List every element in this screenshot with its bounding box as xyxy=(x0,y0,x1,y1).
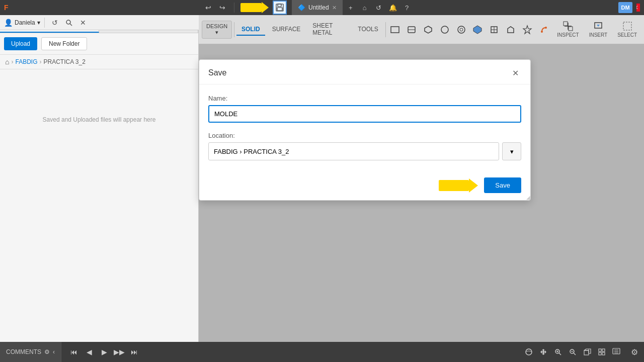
close-panel-button[interactable]: ✕ xyxy=(77,17,89,29)
viewport-pan-button[interactable] xyxy=(537,345,550,358)
dialog-title: Save xyxy=(208,68,226,77)
upload-button[interactable]: Upload xyxy=(4,37,37,50)
breadcrumb-fabdig[interactable]: FABDIG xyxy=(15,58,37,65)
search-button[interactable] xyxy=(63,17,75,29)
location-input[interactable] xyxy=(208,142,499,160)
notifications-button[interactable]: 🔔 xyxy=(387,2,399,14)
document-tab[interactable]: 🔷 Untitled ✕ xyxy=(292,0,343,15)
help-button[interactable]: ? xyxy=(401,2,413,14)
user-chevron-icon: ▾ xyxy=(37,19,40,26)
save-button[interactable]: Save xyxy=(484,177,521,193)
user-icon: 👤 xyxy=(4,19,13,27)
doc-icon: 🔷 xyxy=(298,4,305,11)
undo-button[interactable]: ↩ xyxy=(202,1,215,14)
left-panel: Data People Upload New Folder ⌂ › FABDIG… xyxy=(0,15,199,342)
dialog-header: Save ✕ xyxy=(199,60,530,84)
svg-rect-41 xyxy=(602,352,605,355)
viewport-zoom-button[interactable] xyxy=(551,345,565,358)
display-icon xyxy=(612,348,620,356)
bc-sep1: › xyxy=(11,58,13,65)
nav-prev-button[interactable]: ◀ xyxy=(83,345,96,358)
panel-actions: Upload New Folder xyxy=(0,33,198,55)
undo-redo-area: ↩ ↪ xyxy=(199,1,232,14)
viewport-display-button[interactable] xyxy=(610,345,623,358)
zoom-icon xyxy=(554,348,562,356)
save-dialog: Save ✕ Name: Location: ▾ Save ◢ xyxy=(199,59,531,201)
redo-button[interactable]: ↪ xyxy=(216,1,229,14)
save-button-toolbar[interactable] xyxy=(273,1,287,15)
tab-title: Untitled xyxy=(308,4,329,11)
comments-collapse-icon[interactable]: ‹ xyxy=(53,348,55,355)
nav-play-button[interactable]: ▶ xyxy=(98,345,111,358)
dialog-footer: Save xyxy=(199,170,530,200)
title-bar-left: F xyxy=(4,4,11,12)
save-arrow-body xyxy=(439,180,469,191)
save-arrow-annotation xyxy=(439,178,478,193)
main-toolbar: 👤 Daniela ▾ ↺ ✕ xyxy=(0,15,199,30)
toolbar-separator xyxy=(44,18,45,28)
arrow-body xyxy=(240,3,262,12)
user-name: Daniela xyxy=(15,19,35,26)
name-input[interactable] xyxy=(208,105,521,123)
breadcrumb: ⌂ › FABDIG › PRACTICA 3_2 xyxy=(0,55,198,69)
viewport-grid-button[interactable] xyxy=(595,345,608,358)
refresh-button[interactable]: ↺ xyxy=(49,17,61,29)
nav-next-fast-button[interactable]: ▶▶ xyxy=(113,345,126,358)
home-tab-button[interactable]: ⌂ xyxy=(359,2,371,14)
new-folder-button[interactable]: New Folder xyxy=(41,37,87,50)
svg-line-33 xyxy=(574,353,576,355)
save-icon xyxy=(276,4,284,12)
viewport-fit-button[interactable] xyxy=(566,345,579,358)
tab-close-icon[interactable]: ✕ xyxy=(332,5,337,11)
dialog-resize-handle[interactable]: ◢ xyxy=(524,194,530,200)
search-icon xyxy=(65,19,72,26)
tab-actions: + ⌂ ↺ 🔔 ? xyxy=(345,2,413,14)
toolbar-arrow-annotation xyxy=(240,2,269,13)
svg-rect-3 xyxy=(278,4,281,7)
pan-icon xyxy=(539,348,547,356)
location-dropdown-button[interactable]: ▾ xyxy=(502,142,521,160)
comments-settings-icon: ⚙ xyxy=(44,348,50,355)
home-icon[interactable]: ⌂ xyxy=(5,58,9,66)
svg-rect-35 xyxy=(584,350,589,355)
arrow-head xyxy=(262,2,269,13)
comments-label: COMMENTS xyxy=(6,348,41,355)
bottom-bar: COMMENTS ⚙ ‹ ⏮ ◀ ▶ ▶▶ ⏭ ⚙ xyxy=(0,342,644,362)
app-logo: F xyxy=(4,4,9,12)
grid-icon xyxy=(598,348,606,356)
svg-point-26 xyxy=(526,349,532,355)
breadcrumb-current: PRACTICA 3_2 xyxy=(43,58,85,65)
bc-sep2: › xyxy=(39,58,41,65)
svg-rect-40 xyxy=(599,352,601,355)
svg-point-0 xyxy=(66,20,70,24)
comments-tab[interactable]: COMMENTS ⚙ ‹ xyxy=(0,342,61,362)
user-avatar-badge: DM xyxy=(618,2,632,13)
save-arrow-head xyxy=(469,178,478,193)
location-label: Location: xyxy=(208,132,521,139)
svg-rect-39 xyxy=(602,349,605,351)
refresh-tab-button[interactable]: ↺ xyxy=(373,2,385,14)
nav-last-button[interactable]: ⏭ xyxy=(128,345,141,358)
svg-rect-38 xyxy=(599,349,601,351)
location-row: ▾ xyxy=(208,142,521,160)
user-menu[interactable]: 👤 Daniela ▾ xyxy=(4,19,40,27)
svg-line-1 xyxy=(70,24,72,26)
viewport-controls xyxy=(518,345,627,358)
dialog-body: Name: Location: ▾ xyxy=(199,84,530,170)
dialog-close-button[interactable]: ✕ xyxy=(509,67,521,79)
panel-empty-message: Saved and Uploaded files will appear her… xyxy=(0,69,198,170)
viewport-view-button[interactable] xyxy=(581,345,594,358)
orbit-icon xyxy=(525,348,533,356)
fit-icon xyxy=(569,348,577,356)
svg-line-29 xyxy=(559,353,561,355)
toolbar-sep2 xyxy=(234,3,234,13)
svg-marker-27 xyxy=(540,349,546,355)
add-tab-button[interactable]: + xyxy=(345,2,357,14)
right-header: ↩ ↪ 🔷 Untitled ✕ + ⌂ ↺ 🔔 ? DM xyxy=(199,0,636,15)
settings-button[interactable]: ⚙ xyxy=(627,344,642,359)
name-label: Name: xyxy=(208,95,521,102)
svg-rect-4 xyxy=(277,8,282,11)
nav-first-button[interactable]: ⏮ xyxy=(67,345,80,358)
view-cube-icon xyxy=(583,348,591,356)
viewport-orbit-button[interactable] xyxy=(522,345,535,358)
